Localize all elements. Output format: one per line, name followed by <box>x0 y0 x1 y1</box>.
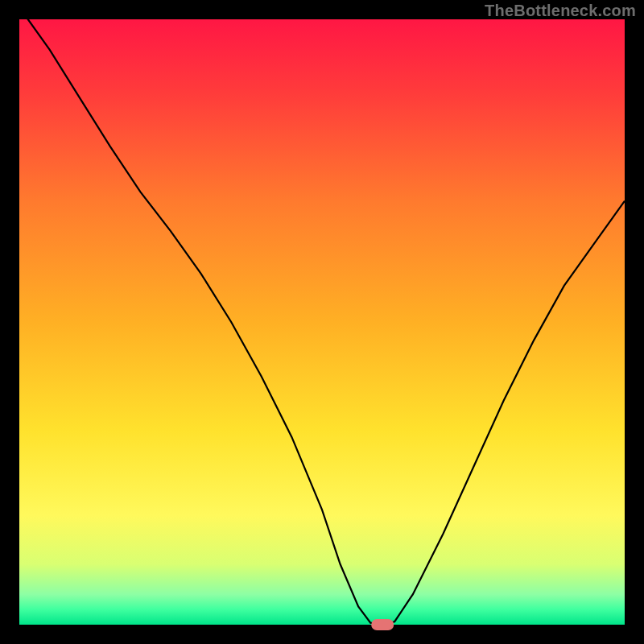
bottleneck-chart <box>0 0 644 644</box>
plot-background <box>19 19 625 625</box>
watermark-text: TheBottleneck.com <box>485 2 636 20</box>
optimal-marker <box>371 619 394 630</box>
chart-frame: TheBottleneck.com <box>0 0 644 644</box>
